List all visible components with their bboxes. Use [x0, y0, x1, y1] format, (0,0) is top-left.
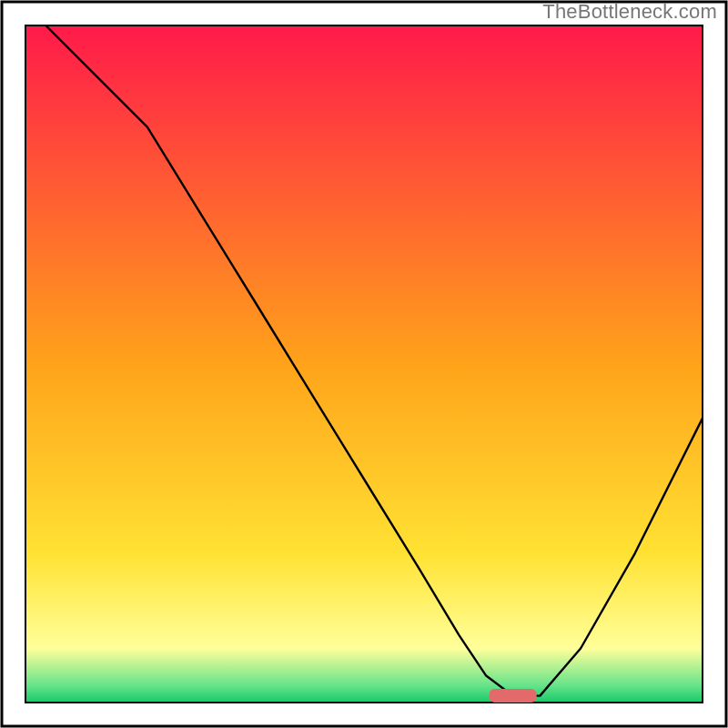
- watermark-text: TheBottleneck.com: [542, 0, 717, 24]
- optimum-marker: [490, 689, 537, 703]
- gradient-background: [25, 25, 703, 703]
- bottleneck-chart: [0, 0, 728, 728]
